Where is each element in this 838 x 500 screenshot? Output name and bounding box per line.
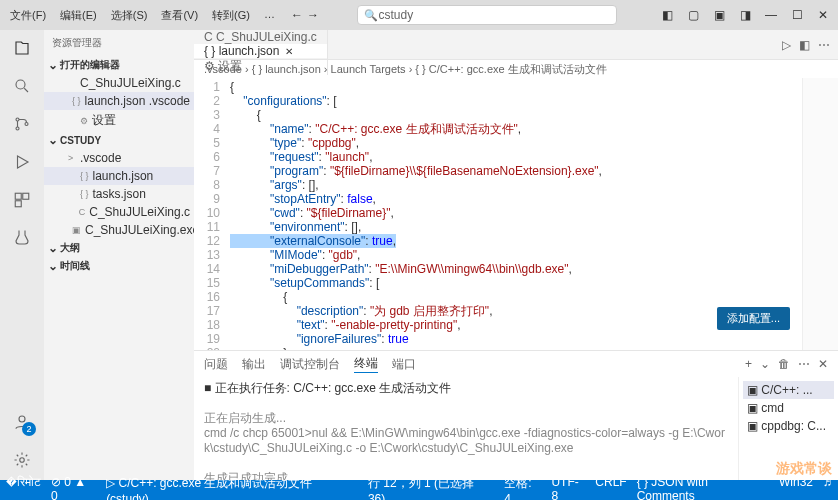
status-bar: �रिमोट⊘ 0 ▲ 0▷ C/C++: gcc.exe 生成和调试活动文件 … [0, 480, 838, 500]
nav-back-icon[interactable]: ← [291, 8, 303, 22]
sidebar-item[interactable]: C_ShuJULeiXing.c [44, 74, 194, 92]
menu-item[interactable]: 选择(S) [105, 5, 154, 26]
run-debug-icon[interactable] [10, 150, 34, 174]
close-icon[interactable]: ✕ [812, 8, 834, 22]
sidebar-item[interactable]: { } launch.json .vscode [44, 92, 194, 110]
testing-icon[interactable] [10, 226, 34, 250]
sidebar-title: 资源管理器 [44, 30, 194, 56]
svg-point-8 [20, 458, 25, 463]
sidebar: 资源管理器 ⌄ 打开的编辑器C_ShuJULeiXing.c{ } launch… [44, 30, 194, 480]
close-tab-icon[interactable]: ✕ [285, 46, 293, 57]
settings-icon[interactable] [10, 448, 34, 472]
terminal[interactable]: ■ 正在执行任务: C/C++: gcc.exe 生成活动文件 正在启动生成..… [194, 377, 738, 480]
trash-icon[interactable]: 🗑 [778, 357, 790, 371]
svg-rect-6 [15, 201, 21, 207]
title-bar: 文件(F)编辑(E)选择(S)查看(V)转到(G)… ← → 🔍 cstudy … [0, 0, 838, 30]
close-panel-icon[interactable]: ✕ [818, 357, 828, 371]
account-icon[interactable]: 2 [10, 410, 34, 434]
minimize-icon[interactable]: — [760, 8, 782, 22]
panel-tab[interactable]: 终端 [354, 355, 378, 373]
status-item[interactable]: Win32 [779, 475, 813, 501]
new-terminal-icon[interactable]: + [745, 357, 752, 371]
editor-tab[interactable]: { } launch.json✕ [194, 44, 328, 58]
nav-controls: ← → [291, 8, 319, 22]
editor-tabs: C C_ShuJULeiXing.c{ } launch.json✕⚙ 设置 ▷… [194, 30, 838, 60]
sidebar-item[interactable]: { } launch.json [44, 167, 194, 185]
editor-tab[interactable]: C C_ShuJULeiXing.c [194, 30, 328, 44]
panel-tab[interactable]: 端口 [392, 356, 416, 373]
svg-point-7 [19, 416, 25, 422]
search-input[interactable]: 🔍 cstudy [357, 5, 617, 25]
layout-icon[interactable]: ◨ [734, 8, 756, 22]
menu-item[interactable]: … [258, 5, 281, 26]
extensions-icon[interactable] [10, 188, 34, 212]
maximize-panel-icon[interactable]: ⋯ [798, 357, 810, 371]
status-item[interactable]: ♬ [823, 475, 832, 501]
terminal-item[interactable]: ▣ cppdbg: C... [743, 417, 834, 435]
terminal-item[interactable]: ▣ C/C++: ... [743, 381, 834, 399]
menu-item[interactable]: 文件(F) [4, 5, 52, 26]
terminal-list: ▣ C/C++: ...▣ cmd▣ cppdbg: C... [738, 377, 838, 480]
sidebar-item[interactable]: ▣ C_ShuJULeiXing.exe [44, 221, 194, 239]
svg-point-3 [25, 123, 28, 126]
dropdown-icon[interactable]: ⌄ [760, 357, 770, 371]
panel-tab[interactable]: 调试控制台 [280, 356, 340, 373]
search-icon[interactable] [10, 74, 34, 98]
svg-point-0 [16, 80, 25, 89]
menu-bar: 文件(F)编辑(E)选择(S)查看(V)转到(G)… [4, 5, 281, 26]
sidebar-section[interactable]: ⌄ CSTUDY [44, 131, 194, 149]
panel-tab[interactable]: 问题 [204, 356, 228, 373]
explorer-icon[interactable] [10, 36, 34, 60]
sidebar-item[interactable]: ⚙ 设置 [44, 110, 194, 131]
nav-fwd-icon[interactable]: → [307, 8, 319, 22]
terminal-item[interactable]: ▣ cmd [743, 399, 834, 417]
source-control-icon[interactable] [10, 112, 34, 136]
line-gutter: 12345678910111213141516171819202122 [194, 78, 230, 350]
run-icon[interactable]: ▷ [782, 38, 791, 52]
menu-item[interactable]: 查看(V) [155, 5, 204, 26]
sidebar-item[interactable]: >.vscode [44, 149, 194, 167]
layout-icon[interactable]: ▣ [708, 8, 730, 22]
add-config-button[interactable]: 添加配置... [717, 307, 790, 330]
sidebar-item[interactable]: { } tasks.json [44, 185, 194, 203]
menu-item[interactable]: 转到(G) [206, 5, 256, 26]
sidebar-section[interactable]: ⌄ 大纲 [44, 239, 194, 257]
layout-icon[interactable]: ▢ [682, 8, 704, 22]
sidebar-section[interactable]: ⌄ 打开的编辑器 [44, 56, 194, 74]
menu-item[interactable]: 编辑(E) [54, 5, 103, 26]
minimap[interactable] [802, 78, 838, 350]
status-item[interactable]: �रिमोट [6, 475, 41, 501]
layout-icon[interactable]: ◧ [656, 8, 678, 22]
svg-point-1 [16, 118, 19, 121]
panel-tab[interactable]: 输出 [242, 356, 266, 373]
svg-rect-4 [15, 193, 21, 199]
svg-rect-5 [23, 193, 29, 199]
bottom-panel: 问题输出调试控制台终端端口 + ⌄ 🗑 ⋯ ✕ ■ 正在执行任务: C/C++:… [194, 350, 838, 480]
svg-point-2 [16, 127, 19, 130]
sidebar-item[interactable]: C C_ShuJULeiXing.c [44, 203, 194, 221]
search-container: 🔍 cstudy [321, 5, 654, 25]
breadcrumb[interactable]: .vscode › { } launch.json › Launch Targe… [194, 60, 838, 78]
split-icon[interactable]: ◧ [799, 38, 810, 52]
activity-bar: 2 [0, 30, 44, 480]
more-icon[interactable]: ⋯ [818, 38, 830, 52]
maximize-icon[interactable]: ☐ [786, 8, 808, 22]
status-item[interactable]: ⊘ 0 ▲ 0 [51, 475, 96, 501]
sidebar-section[interactable]: ⌄ 时间线 [44, 257, 194, 275]
